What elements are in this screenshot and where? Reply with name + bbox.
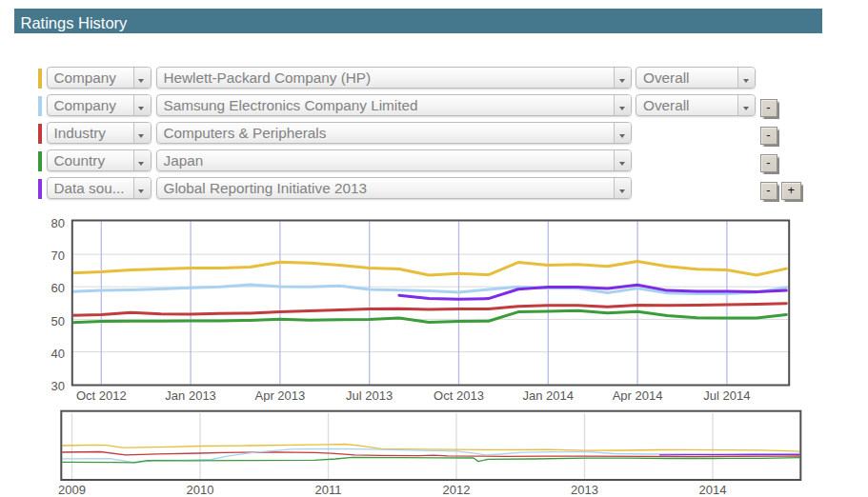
svg-text:2010: 2010 <box>187 483 214 497</box>
svg-text:Jul 2013: Jul 2013 <box>346 388 393 403</box>
svg-text:Jan 2013: Jan 2013 <box>165 388 216 403</box>
svg-text:Apr 2013: Apr 2013 <box>255 388 306 403</box>
svg-text:2013: 2013 <box>571 483 598 497</box>
svg-text:Jan 2014: Jan 2014 <box>523 388 575 403</box>
svg-text:60: 60 <box>51 281 65 295</box>
svg-text:2014: 2014 <box>699 483 727 497</box>
svg-text:2011: 2011 <box>315 483 342 497</box>
svg-text:2009: 2009 <box>58 483 86 497</box>
svg-text:30: 30 <box>51 379 65 393</box>
svg-text:2012: 2012 <box>443 483 471 497</box>
svg-text:70: 70 <box>51 248 65 263</box>
svg-text:Oct 2012: Oct 2012 <box>76 388 127 403</box>
svg-text:80: 80 <box>51 216 65 230</box>
svg-text:40: 40 <box>51 347 65 361</box>
svg-text:Apr 2014: Apr 2014 <box>613 388 663 403</box>
svg-text:Jul 2014: Jul 2014 <box>703 388 750 403</box>
svg-text:Oct 2013: Oct 2013 <box>434 388 484 403</box>
svg-text:50: 50 <box>51 314 65 328</box>
